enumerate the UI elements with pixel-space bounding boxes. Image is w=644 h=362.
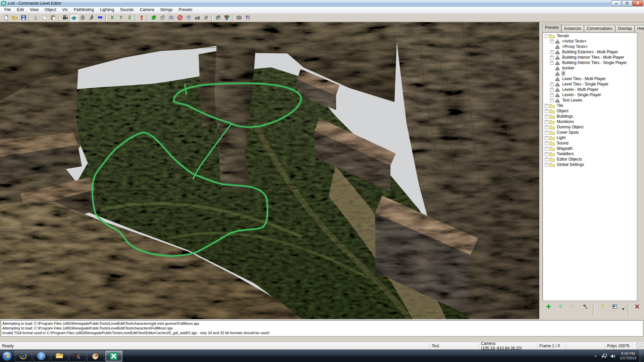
tree-expander-plus[interactable]: +	[545, 131, 548, 134]
tree-expander-plus[interactable]: +	[550, 56, 554, 59]
taskbar-app-internet-explorer[interactable]: e	[15, 351, 32, 362]
tab-heightfield[interactable]: Heightfield	[635, 25, 644, 32]
new-file-button[interactable]	[2, 14, 10, 22]
menu-strings[interactable]: Strings	[157, 7, 175, 12]
tree-expander-plus[interactable]: +	[545, 141, 548, 145]
xtra-dropdown-arrow[interactable]	[621, 306, 625, 312]
tree-item[interactable]: +Twiddlers	[543, 151, 637, 157]
tree-item[interactable]: +Buildings	[543, 114, 637, 119]
menu-lighting[interactable]: Lighting	[97, 7, 117, 12]
taskbar-app-paint[interactable]	[87, 351, 104, 362]
tree-item[interactable]: d	[543, 71, 637, 76]
material-swatches-button[interactable]	[222, 14, 231, 22]
tab-instances[interactable]: Instances	[561, 25, 584, 32]
tree-item[interactable]: +Building Interior Tiles - Multi Player	[543, 55, 637, 60]
tab-overlap[interactable]: Overlap	[615, 25, 635, 32]
tree-item[interactable]: <Proxy Tests>	[543, 44, 637, 49]
menu-edit[interactable]: Edit	[14, 7, 27, 12]
taskbar-app-windows-explorer[interactable]	[51, 351, 68, 362]
temp-button[interactable]	[555, 303, 566, 310]
rotate-axis-button[interactable]	[78, 14, 87, 22]
tree-expander-plus[interactable]: +	[545, 163, 548, 167]
paste-button[interactable]	[49, 14, 57, 22]
select-region-button[interactable]	[96, 14, 104, 22]
tree-item[interactable]: +Light	[543, 135, 637, 140]
network-icon[interactable]	[601, 353, 607, 359]
lock-y-axis-button[interactable]: Y	[116, 14, 125, 22]
lock-z-axis-button[interactable]: Z	[125, 14, 134, 22]
start-button[interactable]	[0, 350, 14, 362]
menu-view[interactable]: View	[27, 7, 42, 12]
tree-expander-plus[interactable]: +	[545, 152, 548, 156]
tree-expander-plus[interactable]: +	[550, 93, 554, 97]
z-sort-button[interactable]: Z	[202, 14, 210, 22]
tree-item[interactable]: +Cover Spots	[543, 130, 637, 135]
tree-expander-plus[interactable]: +	[545, 109, 548, 113]
tree-item[interactable]: +Levels - Single Player	[543, 92, 637, 98]
cut-button[interactable]	[31, 14, 40, 22]
tree-item[interactable]: +Dummy Object	[543, 124, 637, 130]
lock-x-axis-button[interactable]: X	[108, 14, 116, 22]
xtra-button[interactable]	[609, 303, 620, 310]
menu-camera[interactable]: Camera	[137, 7, 157, 12]
solid-view-button[interactable]	[149, 14, 158, 22]
make-button[interactable]	[568, 303, 578, 310]
tree-expander-plus[interactable]: +	[550, 88, 554, 92]
show-desktop-button[interactable]	[640, 350, 644, 362]
tree-item[interactable]: +Editor Objects	[543, 157, 637, 162]
tree-item[interactable]: +Test Levels	[543, 98, 637, 103]
copy-button[interactable]	[40, 14, 49, 22]
tree-item[interactable]: +Object	[543, 108, 637, 114]
vis-forward-button[interactable]	[167, 14, 175, 22]
volume-icon[interactable]	[609, 353, 616, 359]
tree-expander-plus[interactable]: +	[550, 82, 554, 86]
tree-expander-plus[interactable]: +	[545, 104, 548, 108]
menu-vis[interactable]: Vis	[59, 7, 71, 12]
tree-item[interactable]: +Level Tiles - Single Player	[543, 81, 637, 87]
vis-points-button[interactable]	[184, 14, 193, 22]
text-scale-button[interactable]: T	[243, 14, 252, 22]
tree-expander-plus[interactable]: +	[545, 120, 548, 124]
tree-item[interactable]: +Global Settings	[543, 162, 637, 167]
tree-item[interactable]: +Tile	[543, 103, 637, 108]
wireframe-view-button[interactable]	[158, 14, 167, 22]
add-button[interactable]	[543, 303, 554, 310]
hidden-icons-chevron[interactable]	[592, 353, 599, 359]
close-button[interactable]	[633, 0, 643, 6]
maximize-button[interactable]	[622, 0, 632, 6]
tree-expander-plus[interactable]: +	[550, 50, 554, 54]
tree-expander-plus[interactable]: +	[550, 99, 554, 102]
menu-pathfinding[interactable]: Pathfinding	[71, 7, 97, 12]
info-button[interactable]: ?	[597, 303, 608, 310]
drop-object-button[interactable]	[137, 14, 146, 22]
tree-expander-plus[interactable]: +	[550, 40, 554, 43]
taskbar-app-itunes[interactable]: ♪	[33, 351, 50, 362]
tree-item[interactable]: -Terrain	[543, 33, 637, 39]
tree-expander-minus[interactable]: -	[545, 34, 548, 38]
tree-expander-plus[interactable]: +	[545, 158, 548, 161]
tree-item[interactable]: +Sound	[543, 140, 637, 146]
viewport-3d-scene[interactable]	[0, 22, 539, 319]
open-file-button[interactable]	[10, 14, 19, 22]
save-file-button[interactable]	[19, 14, 28, 22]
del-button[interactable]	[632, 303, 643, 310]
vis-disable-button[interactable]	[175, 14, 184, 22]
tab-conversations[interactable]: Conversations	[584, 25, 615, 32]
tree-expander-plus[interactable]: +	[545, 115, 548, 118]
tree-expander-plus[interactable]: +	[545, 136, 548, 140]
minimize-button[interactable]	[611, 0, 622, 6]
tree-expander-plus[interactable]: +	[550, 61, 554, 65]
textured-view-button[interactable]	[214, 14, 222, 22]
tab-presets[interactable]: Presets	[542, 24, 561, 32]
render-teapot-button[interactable]	[69, 14, 78, 22]
tree-item[interactable]: +Building Exteriors - Multi Player	[543, 49, 637, 55]
tree-item[interactable]: +Levels - Multi Player	[543, 87, 637, 92]
taskbar-clock[interactable]: 8:09 PM 1/17/2013	[617, 352, 640, 360]
tree-item[interactable]: +Munitions	[543, 119, 637, 124]
tree-item[interactable]: +Building Interior Tiles - Single Player	[543, 60, 637, 65]
menu-sounds[interactable]: Sounds	[117, 7, 137, 12]
movie-camera-button[interactable]	[61, 14, 69, 22]
tree-expander-plus[interactable]: +	[545, 125, 548, 129]
tree-item[interactable]: +<Artist Tests>	[543, 39, 637, 44]
tree-expander-plus[interactable]: +	[545, 147, 548, 150]
